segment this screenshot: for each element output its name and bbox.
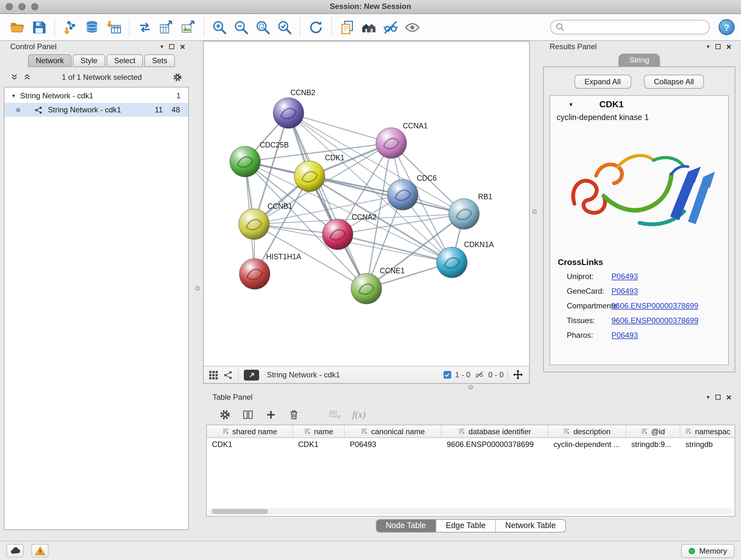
tab-select[interactable]: Select — [106, 54, 143, 67]
window-zoom-button[interactable] — [31, 3, 38, 10]
network-row-selected[interactable]: String Network - cdk1 11 48 — [4, 103, 188, 117]
hidden-glasses-icon[interactable] — [474, 370, 484, 380]
network-node-RB1[interactable] — [449, 199, 479, 229]
column-header-name[interactable]: name — [293, 425, 345, 437]
move-tool-icon[interactable] — [512, 369, 524, 381]
show-all-button[interactable] — [402, 17, 422, 37]
crosslink-pharos-link[interactable]: P06493 — [611, 330, 638, 339]
expand-all-button[interactable]: Expand All — [575, 75, 631, 89]
delete-column-trash-icon[interactable] — [288, 408, 300, 421]
column-header-description[interactable]: description — [548, 425, 626, 437]
horizontal-scrollbar[interactable] — [209, 508, 733, 515]
search-field-wrap — [550, 20, 710, 35]
tab-node-table[interactable]: Node Table — [376, 520, 435, 532]
search-input[interactable] — [550, 20, 710, 35]
hide-selected-button[interactable] — [381, 17, 401, 37]
network-edge-CCNB2-CCNE1[interactable] — [288, 113, 366, 289]
network-node-HIST1H1A[interactable] — [239, 259, 270, 289]
zoom-selected-button[interactable] — [274, 17, 295, 37]
scrollbar-thumb[interactable] — [212, 509, 268, 514]
network-node-CDK1[interactable] — [294, 161, 325, 192]
column-header-shared-name[interactable]: shared name — [207, 425, 293, 437]
panel-close-icon[interactable]: × — [726, 393, 731, 401]
crosslink-genecard-link[interactable]: P06493 — [611, 287, 638, 295]
panel-close-icon[interactable]: × — [726, 42, 731, 51]
tab-network-table[interactable]: Network Table — [495, 520, 565, 532]
import-network-database-button[interactable] — [82, 17, 102, 37]
window-minimize-button[interactable] — [18, 3, 25, 10]
splitter-handle-bottom[interactable] — [468, 385, 473, 389]
network-node-CCNE1[interactable] — [351, 273, 382, 304]
gear-icon[interactable] — [172, 72, 183, 82]
tab-network[interactable]: Network — [28, 54, 71, 67]
table-row[interactable]: CDK1 CDK1 P06493 9606.ENSP00000378699 cy… — [207, 438, 735, 451]
tree-caret-icon[interactable]: ▾ — [12, 92, 15, 99]
collapse-all-icon[interactable] — [10, 73, 18, 81]
collapse-all-button[interactable]: Collapse All — [644, 75, 704, 89]
import-network-file-button[interactable] — [60, 17, 80, 37]
gene-caret-icon[interactable]: ▾ — [569, 101, 572, 108]
tab-string[interactable]: String — [618, 54, 660, 66]
panel-close-icon[interactable]: × — [180, 42, 185, 51]
annotation-mode-button[interactable] — [244, 369, 259, 380]
export-image-button[interactable] — [178, 17, 199, 37]
network-node-CCNB1[interactable] — [239, 209, 269, 240]
open-session-button[interactable] — [7, 17, 27, 37]
help-button[interactable]: ? — [719, 19, 735, 35]
panel-menu-icon[interactable]: ▾ — [707, 44, 710, 50]
network-node-CDKN1A[interactable] — [436, 247, 467, 278]
selection-network-icon[interactable] — [223, 370, 233, 380]
clone-network-button[interactable] — [156, 17, 177, 37]
panel-float-icon[interactable] — [716, 395, 721, 400]
import-table-button[interactable] — [104, 17, 124, 37]
tab-style[interactable]: Style — [73, 54, 105, 67]
crosslink-tissues-link[interactable]: 9606.ENSP00000378699 — [611, 316, 698, 325]
function-builder-button[interactable]: f(x) — [352, 409, 366, 420]
network-canvas[interactable]: CCNB2CCNA1CDC25BCDK1CDC6RB1CCNB1CCNA2CDK… — [204, 42, 529, 366]
birdseye-grid-icon[interactable] — [209, 370, 218, 380]
panel-float-icon[interactable] — [716, 44, 721, 49]
window-close-button[interactable] — [6, 3, 13, 10]
cloud-sync-button[interactable] — [6, 544, 23, 557]
delete-table-icon[interactable] — [328, 408, 341, 421]
panel-float-icon[interactable] — [169, 44, 174, 49]
column-header-canonical-name[interactable]: canonical name — [345, 425, 442, 437]
crosslink-label: Uniprot: — [550, 272, 611, 281]
crosslink-compartments-link[interactable]: 9606.ENSP00000378699 — [611, 301, 698, 310]
hidden-counts: 0 - 0 — [488, 370, 503, 379]
cell-description: cyclin-dependent ... — [548, 438, 626, 451]
network-node-CCNA2[interactable] — [322, 219, 353, 250]
network-node-CDC25B[interactable] — [230, 146, 260, 177]
refresh-view-button[interactable] — [306, 17, 326, 37]
splitter-handle-left[interactable] — [195, 286, 200, 291]
network-edge-count: 48 — [172, 105, 180, 114]
tab-edge-table[interactable]: Edge Table — [435, 520, 495, 532]
create-column-plus-icon[interactable] — [265, 408, 277, 421]
selected-checkbox-icon[interactable] — [444, 371, 451, 379]
string-home-button[interactable] — [359, 17, 379, 37]
network-node-CCNA1[interactable] — [376, 128, 407, 159]
column-header-id[interactable]: @id — [626, 425, 680, 437]
splitter-handle-right[interactable] — [532, 209, 537, 214]
column-header-database-identifier[interactable]: database identifier — [442, 425, 548, 437]
network-edge-CCNB2-CCNA1[interactable] — [288, 113, 391, 143]
column-header-namespace[interactable]: namespac — [680, 425, 735, 437]
tab-sets[interactable]: Sets — [144, 54, 175, 67]
zoom-fit-button[interactable] — [253, 17, 273, 37]
panel-menu-icon[interactable]: ▾ — [707, 394, 710, 400]
crosslink-uniprot-link[interactable]: P06493 — [611, 272, 638, 281]
memory-button[interactable]: Memory — [681, 544, 735, 558]
network-collection-row[interactable]: ▾ String Network - cdk1 1 — [4, 89, 188, 103]
zoom-out-button[interactable] — [231, 17, 252, 37]
copy-document-button[interactable] — [337, 17, 357, 37]
show-columns-icon[interactable] — [242, 408, 254, 421]
network-node-CDC6[interactable] — [387, 179, 418, 210]
save-session-button[interactable] — [29, 17, 49, 37]
new-network-button[interactable] — [135, 17, 155, 37]
expand-all-icon[interactable] — [23, 73, 31, 81]
table-mode-gear-icon[interactable] — [219, 408, 231, 421]
panel-menu-icon[interactable]: ▾ — [160, 44, 163, 50]
warnings-button[interactable] — [31, 544, 49, 557]
network-node-CCNB2[interactable] — [273, 98, 304, 128]
zoom-in-button[interactable] — [209, 17, 230, 37]
